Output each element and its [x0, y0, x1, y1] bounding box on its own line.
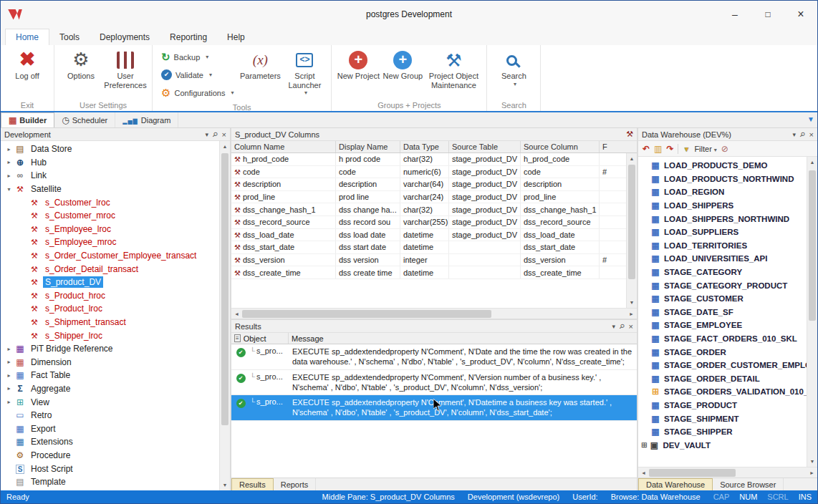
- object-load-shippers-northwind[interactable]: LOAD_SHIPPERS_NORTHWIND: [638, 212, 807, 226]
- tree-item-procedure[interactable]: Procedure: [1, 449, 219, 462]
- object-stage-category[interactable]: STAGE_CATEGORY: [638, 266, 807, 279]
- column-row[interactable]: dss_start_date dss start date datetime d…: [231, 241, 626, 254]
- tree-item-s-product-hroc[interactable]: s_Product_hroc: [1, 289, 219, 303]
- column-row[interactable]: description description varchar(64) stag…: [231, 178, 626, 191]
- object-stage-shipment[interactable]: STAGE_SHIPMENT: [638, 412, 807, 425]
- expander-icon[interactable]: [4, 146, 14, 152]
- column-row[interactable]: dss_create_time dss create time datetime…: [231, 266, 626, 279]
- refresh-back-icon[interactable]: [643, 144, 650, 154]
- object-stage-orders-validation-010-[interactable]: STAGE_ORDERS_VALIDATION_010_: [638, 385, 807, 399]
- parameters-button[interactable]: Parameters: [238, 47, 282, 81]
- view-tab-scheduler[interactable]: Scheduler: [54, 112, 115, 127]
- tree-item-fact-table[interactable]: Fact Table: [1, 369, 219, 382]
- panel-dropdown-icon[interactable]: [612, 323, 615, 330]
- scroll-left-icon[interactable]: [231, 311, 242, 316]
- column-row[interactable]: h_prod_code h prod code char(32) stage_p…: [231, 153, 626, 166]
- scroll-thumb[interactable]: [649, 469, 736, 477]
- browser-horizontal-scrollbar[interactable]: [638, 467, 817, 478]
- object-stage-category-product[interactable]: STAGE_CATEGORY_PRODUCT: [638, 278, 807, 292]
- expander-icon[interactable]: [4, 385, 14, 392]
- filter-icon[interactable]: [683, 144, 690, 154]
- object-stage-customer[interactable]: STAGE_CUSTOMER: [638, 292, 807, 306]
- tree-item-s-shipper-lroc[interactable]: s_Shipper_lroc: [1, 329, 219, 342]
- object-stage-order-detail[interactable]: STAGE_ORDER_DETAIL: [638, 372, 807, 386]
- close-button[interactable]: [784, 1, 817, 28]
- column-header-display-name[interactable]: Display Name: [336, 141, 400, 152]
- user-preferences-button[interactable]: User Preferences: [103, 47, 148, 89]
- object-load-shippers[interactable]: LOAD_SHIPPERS: [638, 199, 807, 213]
- view-tab-diagram[interactable]: Diagram: [115, 112, 178, 127]
- column-header-source-table[interactable]: Source Table: [449, 141, 521, 152]
- column-row[interactable]: dss_version dss version integer dss_vers…: [231, 254, 626, 267]
- configurations-button[interactable]: Configurations: [157, 84, 238, 102]
- expander-icon[interactable]: [4, 173, 14, 179]
- panel-pin-icon[interactable]: [213, 131, 218, 138]
- clear-filter-icon[interactable]: [721, 144, 728, 154]
- minimize-button[interactable]: [718, 1, 751, 28]
- tree-item-satellite[interactable]: Satellite: [1, 183, 219, 196]
- maximize-button[interactable]: [751, 1, 784, 28]
- object-load-suppliers[interactable]: LOAD_SUPPLIERS: [638, 226, 807, 239]
- tree-item-aggregate[interactable]: Aggregate: [1, 382, 219, 396]
- tree-item-view[interactable]: View: [1, 395, 219, 409]
- result-row[interactable]: s_pro... EXECUTE sp_addextendedproperty …: [231, 395, 637, 421]
- columns-horizontal-scrollbar[interactable]: [231, 308, 637, 319]
- scroll-up-icon[interactable]: [220, 141, 230, 152]
- object-stage-product[interactable]: STAGE_PRODUCT: [638, 399, 807, 412]
- panel-close-icon[interactable]: [809, 130, 814, 139]
- view-tab-builder[interactable]: Builder: [1, 112, 54, 127]
- result-row[interactable]: s_pro... EXECUTE sp_addextendedproperty …: [231, 344, 637, 370]
- scroll-thumb[interactable]: [221, 153, 228, 425]
- scroll-thumb[interactable]: [809, 170, 816, 321]
- panel-dropdown-icon[interactable]: [792, 131, 796, 138]
- scroll-thumb[interactable]: [628, 165, 635, 279]
- tree-item-s-order-customer-employee-transact[interactable]: s_Order_Customer_Employee_transact: [1, 249, 219, 263]
- scroll-up-icon[interactable]: [627, 153, 637, 164]
- script-launcher-button[interactable]: Script Launcher: [282, 47, 327, 96]
- tree-item-s-product-lroc[interactable]: s_Product_lroc: [1, 302, 219, 316]
- scroll-thumb[interactable]: [242, 310, 491, 318]
- tab-results[interactable]: Results: [231, 478, 274, 490]
- scroll-right-icon[interactable]: [626, 311, 637, 316]
- clipboard-icon[interactable]: [654, 144, 662, 154]
- object-load-products-demo[interactable]: LOAD_PRODUCTS_DEMO: [638, 159, 807, 173]
- result-row[interactable]: s_pro... EXECUTE sp_addextendedproperty …: [231, 370, 637, 396]
- object-dev-vault[interactable]: DEV_VAULT: [638, 438, 807, 452]
- search-button[interactable]: Search: [491, 47, 536, 87]
- object-stage-order[interactable]: STAGE_ORDER: [638, 345, 807, 359]
- column-row[interactable]: dss_change_hash_1 dss change ha... char(…: [231, 203, 626, 216]
- tree-item-s-product-dv[interactable]: S_product_DV: [1, 276, 219, 289]
- tree-item-s-customer-mroc[interactable]: s_Customer_mroc: [1, 209, 219, 223]
- scroll-right-icon[interactable]: [807, 470, 817, 475]
- validate-button[interactable]: Validate: [157, 66, 238, 84]
- object-stage-fact-orders-010-skl[interactable]: STAGE_FACT_ORDERS_010_SKL: [638, 332, 807, 346]
- tree-item-data-store[interactable]: Data Store: [1, 142, 219, 156]
- panel-close-icon[interactable]: [629, 322, 633, 331]
- column-row[interactable]: dss_load_date dss load date datetime sta…: [231, 229, 626, 242]
- browser-vertical-scrollbar[interactable]: [807, 157, 817, 467]
- panel-menu-icon[interactable]: [807, 115, 814, 123]
- object-load-universities-api[interactable]: LOAD_UNIVERSITIES_API: [638, 252, 807, 266]
- scroll-down-icon[interactable]: [220, 480, 230, 490]
- object-list-icon[interactable]: [234, 334, 241, 342]
- object-load-products-northwind[interactable]: LOAD_PRODUCTS_NORTHWIND: [638, 173, 807, 186]
- new-group-button[interactable]: New Group: [380, 47, 425, 81]
- columns-vertical-scrollbar[interactable]: [626, 153, 637, 308]
- tree-item-export[interactable]: Export: [1, 422, 219, 435]
- tree-item-host-script[interactable]: Host Script: [1, 462, 219, 475]
- object-stage-date-sf[interactable]: STAGE_DATE_SF: [638, 306, 807, 319]
- scroll-down-icon[interactable]: [807, 456, 817, 467]
- expander-icon[interactable]: [4, 399, 14, 405]
- tree-item-s-customer-lroc[interactable]: s_Customer_lroc: [1, 195, 219, 209]
- project-object-maintenance-button[interactable]: Project Object Maintenance: [425, 47, 482, 89]
- object-load-territories[interactable]: LOAD_TERRITORIES: [638, 239, 807, 253]
- ribbon-tab-tools[interactable]: Tools: [49, 29, 90, 45]
- options-button[interactable]: Options: [59, 47, 103, 81]
- tree-item-s-shipment-transact[interactable]: s_Shipment_transact: [1, 316, 219, 329]
- tree-item-dimension[interactable]: Dimension: [1, 356, 219, 369]
- object-stage-employee[interactable]: STAGE_EMPLOYEE: [638, 319, 807, 332]
- column-row[interactable]: prod_line prod line varchar(24) stage_pr…: [231, 191, 626, 204]
- scroll-down-icon[interactable]: [627, 297, 637, 308]
- panel-close-icon[interactable]: [222, 130, 226, 139]
- expander-icon[interactable]: [641, 441, 647, 449]
